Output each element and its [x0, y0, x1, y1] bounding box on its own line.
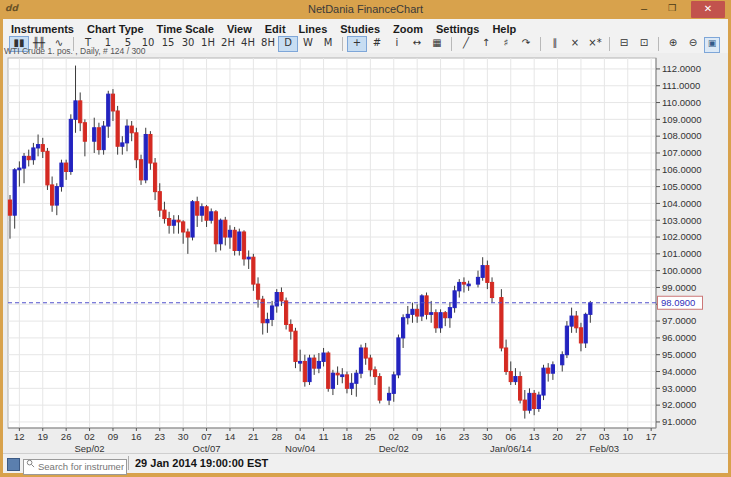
grid-icon-button[interactable]: # — [367, 36, 387, 52]
timescale-1h-button[interactable]: 1H — [198, 36, 218, 52]
scroll-horizontal-icon-button[interactable]: ↔ — [407, 36, 427, 52]
svg-text:105.0000: 105.0000 — [662, 181, 702, 192]
toolbar-separator — [342, 37, 343, 51]
timescale-4h-button[interactable]: 4H — [238, 36, 258, 52]
print-icon-button[interactable]: ⊟ — [614, 36, 634, 52]
trendline-icon-button[interactable]: ╱ — [456, 36, 476, 52]
svg-text:96.0000: 96.0000 — [662, 332, 696, 343]
delete-study-icon-button[interactable]: × — [565, 36, 585, 52]
svg-text:92.0000: 92.0000 — [662, 399, 696, 410]
svg-text:07: 07 — [201, 431, 212, 442]
svg-text:91.0000: 91.0000 — [662, 416, 696, 427]
svg-text:16: 16 — [131, 431, 142, 442]
close-button[interactable]: ✕ — [691, 1, 725, 18]
svg-text:103.0000: 103.0000 — [662, 215, 702, 226]
svg-text:09: 09 — [412, 431, 423, 442]
svg-text:06: 06 — [505, 431, 516, 442]
menu-bar: InstrumentsChart TypeTime ScaleViewEditL… — [3, 19, 728, 35]
search-input[interactable] — [23, 459, 127, 475]
timescale-w-button[interactable]: W — [298, 36, 318, 52]
status-datetime: 29 Jan 2014 19:00:00 EST — [135, 454, 268, 473]
minimize-button[interactable]: – — [633, 0, 655, 17]
svg-text:30: 30 — [178, 431, 189, 442]
y-axis-labels: 91.000092.000093.000094.000095.000096.00… — [656, 63, 702, 427]
chart-instrument-label: WTI Crude 1. pos. , Daily, # 124 / 300 — [4, 46, 146, 56]
svg-text:26: 26 — [61, 431, 72, 442]
window-titlebar[interactable]: dd NetDania FinanceChart – ❒ ✕ — [0, 0, 731, 19]
svg-text:101.0000: 101.0000 — [662, 248, 702, 259]
zoom-in-icon-button[interactable]: ⊕ — [663, 36, 683, 52]
window-title: NetDania FinanceChart — [0, 0, 731, 19]
toolbar-separator — [540, 37, 541, 51]
svg-text:27: 27 — [576, 431, 587, 442]
svg-text:Sep/02: Sep/02 — [74, 443, 104, 453]
plot-area[interactable] — [8, 58, 656, 428]
timescale-30-button[interactable]: 30 — [178, 36, 198, 52]
svg-text:23: 23 — [154, 431, 165, 442]
crosshair-icon-button[interactable]: + — [347, 36, 367, 52]
status-divider — [128, 456, 129, 470]
pitchfork-icon-button[interactable]: ♯ — [496, 36, 516, 52]
maximize-button[interactable]: ❒ — [661, 0, 683, 17]
svg-text:18: 18 — [342, 431, 353, 442]
timescale-8h-button[interactable]: 8H — [258, 36, 278, 52]
svg-text:112.0000: 112.0000 — [662, 63, 701, 74]
svg-text:94.0000: 94.0000 — [662, 366, 696, 377]
svg-text:17: 17 — [646, 431, 657, 442]
svg-text:12: 12 — [14, 431, 25, 442]
timescale-m-button[interactable]: M — [318, 36, 338, 52]
timescale-15-button[interactable]: 15 — [158, 36, 178, 52]
svg-text:25: 25 — [365, 431, 376, 442]
svg-text:Oct/07: Oct/07 — [193, 443, 221, 453]
svg-text:04: 04 — [295, 431, 306, 442]
svg-text:13: 13 — [529, 431, 540, 442]
svg-text:23: 23 — [459, 431, 470, 442]
svg-text:106.0000: 106.0000 — [662, 164, 702, 175]
toolbar-separator — [658, 37, 659, 51]
svg-text:93.0000: 93.0000 — [662, 383, 696, 394]
svg-text:10: 10 — [622, 431, 633, 442]
svg-text:16: 16 — [435, 431, 446, 442]
svg-text:02: 02 — [84, 431, 95, 442]
search-field-wrap — [23, 456, 127, 475]
svg-text:14: 14 — [225, 431, 236, 442]
svg-text:09: 09 — [108, 431, 119, 442]
svg-text:28: 28 — [271, 431, 282, 442]
arrow-annotation-icon-button[interactable]: ↑ — [476, 36, 496, 52]
svg-text:99.0000: 99.0000 — [662, 282, 696, 293]
timescale-d-button[interactable]: D — [278, 36, 298, 52]
toolbar-separator — [609, 37, 610, 51]
svg-text:30: 30 — [482, 431, 493, 442]
svg-text:97.0000: 97.0000 — [662, 315, 696, 326]
svg-text:Dec/02: Dec/02 — [379, 443, 409, 453]
svg-text:102.0000: 102.0000 — [662, 231, 702, 242]
svg-text:100.0000: 100.0000 — [662, 265, 702, 276]
svg-text:Jan/06/14: Jan/06/14 — [490, 443, 532, 453]
mini-chart-icon-button[interactable]: ▦ — [427, 36, 447, 52]
current-price-label: 98.0900 — [658, 296, 703, 309]
svg-text:110.0000: 110.0000 — [662, 97, 701, 108]
toolbar-separator — [451, 37, 452, 51]
chart-canvas[interactable]: 91.000092.000093.000094.000095.000096.00… — [0, 54, 731, 453]
svg-text:108.0000: 108.0000 — [662, 130, 702, 141]
panel-toggle-button[interactable]: ▣ — [704, 37, 720, 53]
svg-text:109.0000: 109.0000 — [662, 114, 702, 125]
status-bar: 29 Jan 2014 19:00:00 EST — [3, 453, 728, 473]
delete-all-icon-button[interactable]: ×* — [585, 36, 605, 52]
print-preview-icon-button[interactable]: ⊡ — [634, 36, 654, 52]
x-axis-labels: 1219260209162330071421280411182502091623… — [14, 428, 656, 453]
svg-text:Nov/04: Nov/04 — [285, 443, 315, 453]
svg-text:111.0000: 111.0000 — [662, 80, 700, 91]
svg-text:21: 21 — [248, 431, 259, 442]
info-icon-button[interactable]: i — [387, 36, 407, 52]
fibonacci-icon-button[interactable]: ↷ — [516, 36, 536, 52]
svg-text:11: 11 — [319, 431, 329, 442]
svg-text:107.0000: 107.0000 — [662, 147, 702, 158]
svg-text:104.0000: 104.0000 — [662, 198, 702, 209]
parallel-lines-icon-button[interactable]: ∥ — [545, 36, 565, 52]
svg-text:98.0900: 98.0900 — [661, 297, 695, 308]
svg-text:95.0000: 95.0000 — [662, 349, 696, 360]
timescale-2h-button[interactable]: 2H — [218, 36, 238, 52]
connection-status-icon — [7, 458, 20, 471]
zoom-out-icon-button[interactable]: ⊖ — [683, 36, 703, 52]
